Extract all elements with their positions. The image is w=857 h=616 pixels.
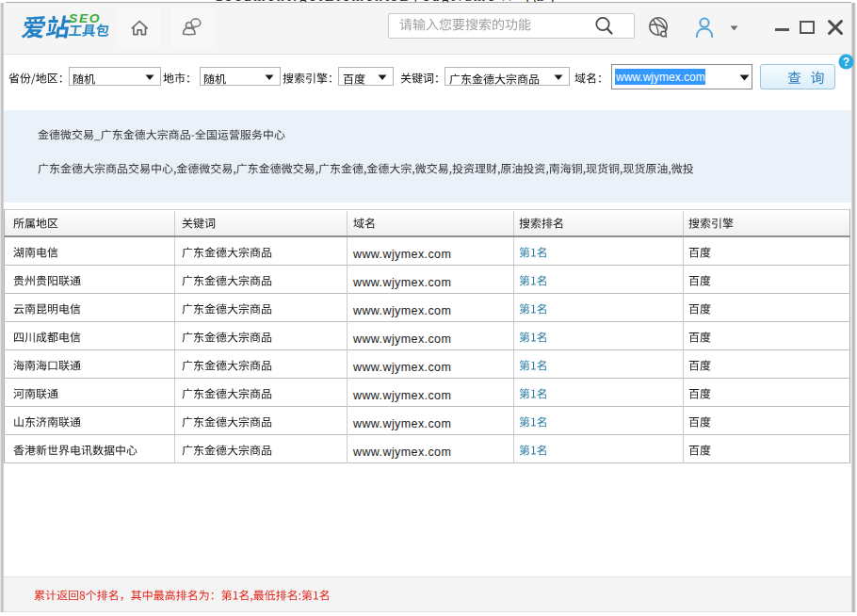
svg-text:?: ? <box>843 56 849 69</box>
